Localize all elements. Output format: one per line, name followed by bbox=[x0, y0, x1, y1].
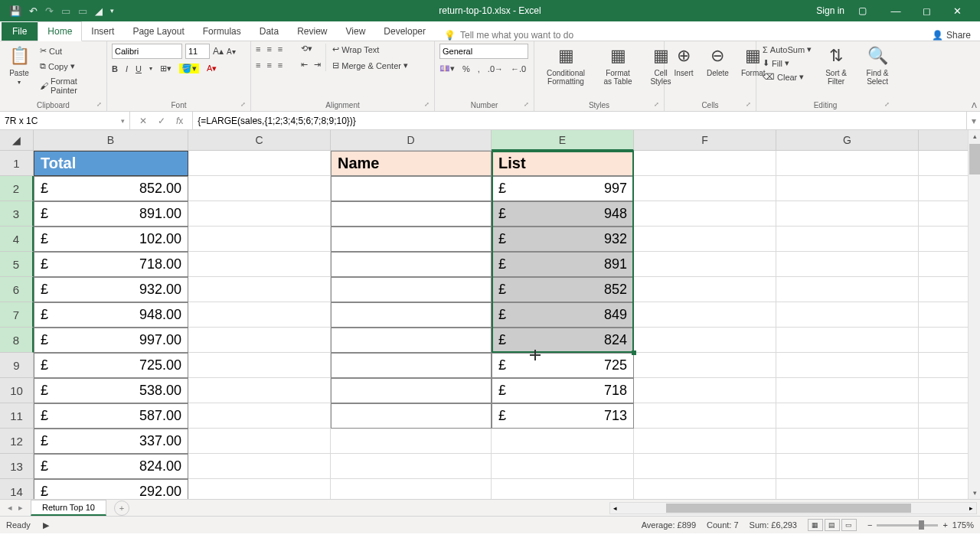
font-name-combo[interactable] bbox=[112, 44, 182, 59]
number-format-combo[interactable] bbox=[439, 44, 528, 59]
cell[interactable] bbox=[188, 176, 331, 201]
vertical-scrollbar[interactable]: ▴ ▾ bbox=[968, 130, 980, 499]
cell[interactable]: £932.00 bbox=[34, 277, 188, 302]
row-header[interactable]: 6 bbox=[0, 277, 34, 302]
cell[interactable]: £948.00 bbox=[34, 302, 188, 328]
cell[interactable] bbox=[188, 479, 331, 500]
wrap-text-button[interactable]: ↩Wrap Text bbox=[331, 44, 410, 55]
cell[interactable] bbox=[492, 429, 634, 454]
cell[interactable]: £824.00 bbox=[34, 454, 188, 479]
cell[interactable]: £948 bbox=[492, 201, 634, 227]
cell[interactable] bbox=[331, 252, 492, 277]
column-header[interactable]: E bbox=[492, 130, 634, 151]
spreadsheet-grid[interactable]: ◢BCDEFG1TotalNameList2£852.00£9973£891.0… bbox=[0, 130, 980, 500]
cell[interactable] bbox=[776, 227, 919, 252]
column-header[interactable]: G bbox=[776, 130, 919, 151]
row-header[interactable]: 2 bbox=[0, 176, 34, 201]
cell[interactable] bbox=[634, 252, 776, 277]
row-header[interactable]: 5 bbox=[0, 252, 34, 277]
cell[interactable] bbox=[188, 302, 331, 328]
tab-page-layout[interactable]: Page Layout bbox=[123, 22, 193, 41]
cell[interactable] bbox=[776, 403, 919, 429]
cell[interactable]: £891 bbox=[492, 252, 634, 277]
insert-button[interactable]: ⊕Insert bbox=[669, 44, 698, 79]
zoom-slider[interactable] bbox=[877, 524, 938, 527]
cell[interactable] bbox=[188, 151, 331, 176]
cell[interactable] bbox=[188, 429, 331, 454]
row-header[interactable]: 8 bbox=[0, 328, 34, 353]
tab-file[interactable]: File bbox=[2, 22, 38, 41]
cell[interactable]: £713 bbox=[492, 403, 634, 429]
fx-icon[interactable]: fx bbox=[176, 116, 183, 126]
redo-icon[interactable]: ↷ bbox=[45, 5, 54, 17]
page-break-view-button[interactable]: ▭ bbox=[841, 519, 857, 531]
cell[interactable] bbox=[188, 201, 331, 227]
cell[interactable]: £824 bbox=[492, 328, 634, 353]
cancel-icon[interactable]: ✕ bbox=[139, 116, 147, 126]
cell[interactable]: Total bbox=[34, 151, 188, 176]
minimize-button[interactable]: — bbox=[880, 0, 911, 21]
cell[interactable] bbox=[331, 176, 492, 201]
autosum-button[interactable]: ΣAutoSum ▾ bbox=[761, 44, 813, 55]
cell[interactable]: £932 bbox=[492, 227, 634, 252]
cell[interactable] bbox=[634, 378, 776, 403]
merge-center-button[interactable]: ⊟Merge & Center ▾ bbox=[331, 60, 410, 71]
hscroll-thumb[interactable] bbox=[666, 504, 911, 513]
cell[interactable] bbox=[776, 201, 919, 227]
orientation-icon[interactable]: ⟲▾ bbox=[301, 44, 312, 54]
undo-icon[interactable]: ↶ bbox=[29, 5, 38, 17]
tab-data[interactable]: Data bbox=[250, 22, 288, 41]
increase-font-icon[interactable]: A▴ bbox=[213, 46, 224, 57]
scroll-left-icon[interactable]: ◂ bbox=[610, 504, 620, 512]
find-select-button[interactable]: 🔍Find & Select bbox=[859, 44, 896, 87]
cell[interactable] bbox=[634, 403, 776, 429]
sort-filter-button[interactable]: ⇅Sort & Filter bbox=[818, 44, 854, 87]
cell[interactable] bbox=[776, 328, 919, 353]
scroll-thumb[interactable] bbox=[969, 144, 980, 174]
cell[interactable]: £718.00 bbox=[34, 252, 188, 277]
column-header[interactable]: B bbox=[34, 130, 188, 151]
cell[interactable] bbox=[634, 479, 776, 500]
delete-button[interactable]: ⊖Delete bbox=[703, 44, 733, 79]
fill-color-button[interactable]: 🪣▾ bbox=[179, 64, 199, 73]
zoom-out-button[interactable]: − bbox=[867, 520, 872, 530]
row-header[interactable]: 1 bbox=[0, 151, 34, 176]
zoom-level[interactable]: 175% bbox=[952, 520, 974, 530]
conditional-formatting-button[interactable]: ▦Conditional Formatting bbox=[539, 44, 593, 87]
cell[interactable] bbox=[331, 328, 492, 353]
formula-input[interactable]: {=LARGE(sales,{1;2;3;4;5;6;7;8;9;10})} bbox=[193, 112, 966, 129]
cell[interactable]: £725.00 bbox=[34, 353, 188, 378]
cell[interactable] bbox=[634, 201, 776, 227]
format-as-table-button[interactable]: ▦Format as Table bbox=[597, 44, 639, 87]
align-center-icon[interactable]: ≡ bbox=[266, 60, 271, 70]
cell[interactable] bbox=[776, 176, 919, 201]
cell[interactable] bbox=[634, 176, 776, 201]
fill-button[interactable]: ⬇Fill ▾ bbox=[761, 57, 813, 69]
row-header[interactable]: 3 bbox=[0, 201, 34, 227]
accounting-format-icon[interactable]: 💷▾ bbox=[439, 64, 455, 73]
increase-decimal-icon[interactable]: .0→ bbox=[488, 64, 503, 73]
cell[interactable] bbox=[188, 378, 331, 403]
align-right-icon[interactable]: ≡ bbox=[278, 60, 283, 70]
cell[interactable] bbox=[634, 302, 776, 328]
scroll-up-icon[interactable]: ▴ bbox=[969, 130, 980, 142]
cut-button[interactable]: ✂Cut bbox=[38, 45, 102, 57]
decrease-font-icon[interactable]: A▾ bbox=[227, 47, 236, 56]
sheet-nav-prev-icon[interactable]: ◂ bbox=[8, 503, 12, 513]
cell[interactable] bbox=[634, 328, 776, 353]
clear-button[interactable]: ⌫Clear ▾ bbox=[761, 71, 813, 83]
column-header[interactable]: F bbox=[634, 130, 776, 151]
cell[interactable] bbox=[776, 151, 919, 176]
sheet-tab[interactable]: Return Top 10 bbox=[31, 500, 106, 516]
close-button[interactable]: ✕ bbox=[942, 0, 972, 21]
cell[interactable] bbox=[776, 479, 919, 500]
align-top-icon[interactable]: ≡ bbox=[256, 44, 260, 54]
cell[interactable] bbox=[188, 277, 331, 302]
tab-review[interactable]: Review bbox=[288, 22, 336, 41]
scroll-down-icon[interactable]: ▾ bbox=[969, 487, 980, 499]
copy-button[interactable]: ⧉Copy ▾ bbox=[38, 60, 102, 72]
cell[interactable]: Name bbox=[331, 151, 492, 176]
normal-view-button[interactable]: ▦ bbox=[808, 519, 823, 531]
tell-me-search[interactable]: 💡 Tell me what you want to do bbox=[444, 30, 573, 41]
increase-indent-icon[interactable]: ⇥ bbox=[314, 60, 321, 70]
